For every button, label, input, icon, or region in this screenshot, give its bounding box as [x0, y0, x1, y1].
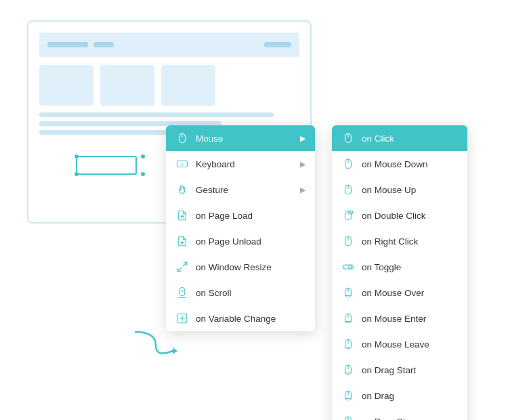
menu-item-click[interactable]: on Click: [332, 125, 467, 151]
wireframe-header-line-3: [264, 42, 291, 47]
mouse-down-icon: [341, 157, 355, 171]
menu-label-mouse: Mouse: [196, 133, 293, 144]
mouse-leave-icon: [341, 337, 355, 351]
wireframe-selected-element[interactable]: [76, 156, 137, 175]
mouse-enter-icon: [341, 312, 355, 325]
mouse-over-icon: [341, 286, 355, 299]
menu-item-mouse-over[interactable]: on Mouse Over: [332, 280, 467, 306]
menu-label-keyboard: Keyboard: [196, 159, 293, 169]
menu-arrow-mouse: ▶: [300, 134, 305, 143]
menu-item-right-click[interactable]: on Right Click: [332, 228, 467, 254]
double-click-icon: [341, 209, 355, 222]
menu-label-window-resize: on Window Resize: [196, 262, 305, 272]
svg-marker-0: [173, 348, 177, 354]
mouse-icon: [175, 131, 189, 145]
toggle-icon: [341, 260, 355, 274]
menu-item-mouse-enter[interactable]: on Mouse Enter: [332, 306, 467, 331]
menu-item-mouse-down[interactable]: on Mouse Down: [332, 151, 467, 177]
menu-item-window-resize[interactable]: on Window Resize: [166, 254, 315, 280]
menu-item-gesture[interactable]: Gesture ▶: [166, 177, 315, 203]
menu-item-drag-stop[interactable]: on Drag Stop: [332, 408, 467, 420]
window-resize-icon: [175, 260, 189, 274]
keyboard-icon: [175, 157, 189, 171]
menu-item-mouse-up[interactable]: on Mouse Up: [332, 177, 467, 203]
wireframe-block-1: [39, 65, 93, 106]
right-click-icon: [341, 234, 355, 248]
click-icon: [341, 131, 355, 145]
menu-label-click: on Click: [362, 133, 458, 144]
menu-label-mouse-up: on Mouse Up: [362, 185, 458, 195]
menu-item-double-click[interactable]: on Double Click: [332, 203, 467, 228]
menu-label-mouse-leave: on Mouse Leave: [362, 339, 458, 350]
menu-right: on Click on Mouse Down on Mouse Up on Do…: [332, 125, 467, 420]
menu-label-mouse-enter: on Mouse Enter: [362, 314, 458, 324]
menu-label-drag: on Drag: [362, 391, 458, 401]
menu-label-mouse-down: on Mouse Down: [362, 159, 458, 169]
drag-start-icon: [341, 363, 355, 377]
menu-item-toggle[interactable]: on Toggle: [332, 254, 467, 280]
menu-left: Mouse ▶ Keyboard ▶ Gesture ▶ on Page Loa…: [166, 125, 315, 331]
menu-label-toggle: on Toggle: [362, 262, 458, 272]
menu-arrow-keyboard: ▶: [300, 160, 305, 169]
menu-label-drag-start: on Drag Start: [362, 365, 458, 375]
menu-arrow-gesture: ▶: [300, 186, 305, 194]
wireframe-header: [39, 33, 299, 57]
menu-label-double-click: on Double Click: [362, 211, 458, 221]
menu-label-page-unload: on Page Unload: [196, 236, 305, 247]
wireframe-body: [39, 65, 299, 106]
wireframe-block-3: [161, 65, 215, 106]
svg-rect-3: [177, 161, 188, 167]
drag-stop-icon: [341, 415, 355, 420]
scroll-icon: [175, 286, 189, 299]
wireframe-header-line-1: [47, 42, 88, 47]
menu-item-mouse[interactable]: Mouse ▶: [166, 125, 315, 151]
variable-change-icon: [175, 312, 189, 325]
menu-item-page-load[interactable]: on Page Load: [166, 203, 315, 228]
menu-item-drag[interactable]: on Drag: [332, 383, 467, 408]
page-load-icon: [175, 209, 189, 222]
wireframe-header-line-2: [93, 42, 114, 47]
menu-item-drag-start[interactable]: on Drag Start: [332, 357, 467, 383]
menu-label-variable-change: on Variable Change: [196, 314, 305, 324]
drag-icon: [341, 389, 355, 402]
wireframe-line-1: [39, 112, 274, 117]
menu-label-drag-stop: on Drag Stop: [362, 417, 458, 421]
menu-item-keyboard[interactable]: Keyboard ▶: [166, 151, 315, 177]
svg-point-31: [349, 266, 352, 269]
menu-label-gesture: Gesture: [196, 185, 293, 195]
menu-item-scroll[interactable]: on Scroll: [166, 280, 315, 306]
menu-item-variable-change[interactable]: on Variable Change: [166, 306, 315, 331]
menu-item-mouse-leave[interactable]: on Mouse Leave: [332, 331, 467, 357]
mouse-up-icon: [341, 183, 355, 196]
svg-line-12: [177, 268, 181, 272]
menu-item-page-unload[interactable]: on Page Unload: [166, 228, 315, 254]
svg-line-11: [184, 262, 187, 266]
wireframe-block-2: [100, 65, 154, 106]
menu-label-scroll: on Scroll: [196, 288, 305, 298]
page-unload-icon: [175, 234, 189, 248]
menu-label-right-click: on Right Click: [362, 236, 458, 247]
gesture-icon: [175, 183, 189, 196]
menu-label-page-load: on Page Load: [196, 211, 305, 221]
menu-label-mouse-over: on Mouse Over: [362, 288, 458, 298]
